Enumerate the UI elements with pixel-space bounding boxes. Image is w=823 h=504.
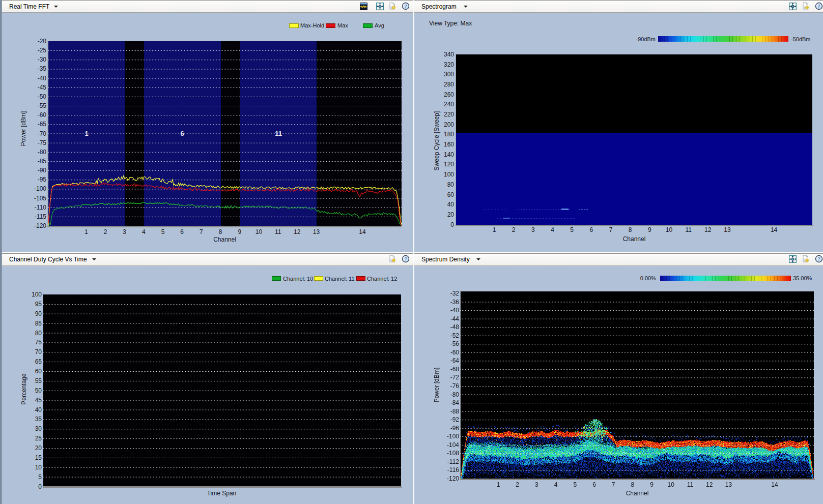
svg-text:?: ? [404, 256, 407, 261]
svg-text:6: 6 [180, 130, 184, 137]
svg-text:11: 11 [275, 130, 282, 137]
svg-text:1: 1 [84, 130, 88, 137]
svg-text:?: ? [817, 256, 820, 261]
svg-text:?: ? [817, 3, 820, 9]
svg-text:?: ? [404, 3, 407, 9]
